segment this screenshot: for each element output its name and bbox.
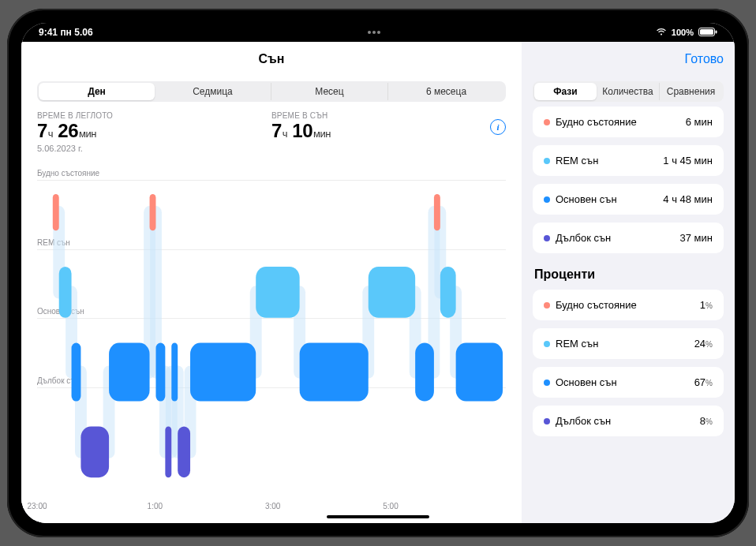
svg-rect-30 (190, 343, 256, 402)
status-bar: 9:41 пн 5.06 100% (21, 23, 735, 42)
svg-rect-37 (456, 343, 503, 402)
home-indicator[interactable] (327, 515, 429, 518)
svg-rect-22 (72, 343, 81, 402)
svg-rect-2 (715, 30, 717, 33)
dot-icon (544, 119, 550, 125)
segment-Фази[interactable]: Фази (534, 83, 597, 100)
phase-value: 67% (694, 376, 713, 388)
page-title: Сън (259, 52, 285, 66)
battery-icon (698, 28, 717, 38)
svg-rect-26 (155, 343, 165, 402)
svg-rect-25 (150, 194, 156, 230)
svg-rect-29 (178, 426, 190, 477)
phase-card-awake[interactable]: Будно състояние1% (533, 290, 724, 320)
stat-time-in-bed: ВРЕМЕ В ЛЕГЛОТО 7ч 26мин 5.06.2023 г. (37, 111, 271, 153)
done-button[interactable]: Готово (685, 52, 724, 66)
battery-percent: 100% (672, 28, 694, 37)
segment-Месец[interactable]: Месец (271, 83, 388, 100)
phase-label: Дълбок сън (556, 415, 611, 427)
phase-label: REM сън (556, 338, 598, 350)
phase-value: 8% (700, 415, 713, 427)
range-segmented-control[interactable]: ДенСедмицаМесец6 месеца (37, 81, 506, 102)
phase-label: Будно състояние (556, 116, 637, 128)
stat-date: 5.06.2023 г. (37, 144, 271, 153)
segment-Сравнения[interactable]: Сравнения (660, 83, 722, 100)
segment-Количества[interactable]: Количества (597, 83, 660, 100)
svg-rect-36 (440, 267, 456, 318)
phase-value: 4 ч 48 мин (663, 193, 713, 205)
phase-label: Будно състояние (556, 299, 637, 311)
svg-rect-23 (80, 426, 109, 477)
dot-icon (544, 418, 550, 424)
svg-rect-31 (256, 267, 299, 318)
svg-rect-33 (369, 267, 415, 318)
segment-Седмица[interactable]: Седмица (155, 83, 271, 100)
phase-card-rem[interactable]: REM сън1 ч 45 мин (533, 145, 724, 176)
phase-label: Основен сън (556, 193, 617, 205)
side-panel: Готово ФазиКоличестваСравнения Будно със… (522, 42, 735, 523)
svg-rect-20 (53, 194, 59, 230)
section-title-percent: Проценти (534, 267, 724, 282)
info-icon[interactable]: i (490, 119, 506, 135)
status-time: 9:41 пн 5.06 (39, 27, 93, 38)
dot-icon (544, 158, 550, 164)
dot-icon (544, 196, 550, 203)
svg-rect-21 (59, 267, 72, 318)
phase-label: Дълбок сън (556, 232, 611, 244)
phase-duration-list: Будно състояние6 минREM сън1 ч 45 минОсн… (533, 107, 724, 261)
device-frame: 9:41 пн 5.06 100% Сън ДенСед (7, 9, 749, 537)
svg-rect-34 (415, 343, 434, 402)
svg-rect-28 (171, 343, 178, 402)
screen: 9:41 пн 5.06 100% Сън ДенСед (21, 23, 735, 523)
svg-rect-35 (434, 194, 440, 230)
svg-rect-32 (300, 343, 369, 402)
stat-label: ВРЕМЕ В СЪН (271, 111, 506, 120)
segment-Ден[interactable]: Ден (39, 83, 155, 100)
phase-card-core[interactable]: Основен сън67% (533, 367, 724, 398)
phase-value: 1 ч 45 мин (663, 155, 713, 166)
phase-value: 6 мин (686, 116, 713, 128)
wifi-icon (656, 28, 667, 37)
phase-card-deep[interactable]: Дълбок сън37 мин (533, 223, 724, 253)
dot-icon (544, 380, 550, 386)
phase-value: 24% (694, 338, 713, 350)
stat-time-asleep: ВРЕМЕ В СЪН 7ч 10мин (271, 111, 506, 153)
phase-label: REM сън (556, 155, 598, 166)
svg-rect-27 (165, 426, 171, 477)
dot-icon (544, 235, 550, 241)
segment-6 месеца[interactable]: 6 месеца (388, 83, 504, 100)
phase-value: 37 мин (680, 232, 713, 244)
dot-icon (544, 302, 550, 309)
svg-rect-1 (700, 29, 713, 35)
phase-label: Основен сън (556, 376, 617, 388)
phase-card-awake[interactable]: Будно състояние6 мин (533, 107, 724, 137)
svg-rect-24 (109, 343, 149, 402)
sleep-hypnogram-chart[interactable]: Будно състояниеREM сънОсновен сънДълбок … (37, 159, 506, 515)
dot-icon (544, 341, 550, 347)
stat-label: ВРЕМЕ В ЛЕГЛОТО (37, 111, 271, 120)
phase-card-core[interactable]: Основен сън4 ч 48 мин (533, 184, 724, 215)
multitask-dots[interactable] (368, 31, 380, 34)
detail-segmented-control[interactable]: ФазиКоличестваСравнения (533, 81, 724, 102)
phase-card-deep[interactable]: Дълбок сън8% (533, 406, 724, 436)
main-panel: Сън ДенСедмицаМесец6 месеца ВРЕМЕ В ЛЕГЛ… (21, 42, 522, 523)
phase-value: 1% (700, 299, 713, 311)
phase-percent-list: Будно състояние1%REM сън24%Основен сън67… (533, 290, 724, 444)
phase-card-rem[interactable]: REM сън24% (533, 328, 724, 359)
